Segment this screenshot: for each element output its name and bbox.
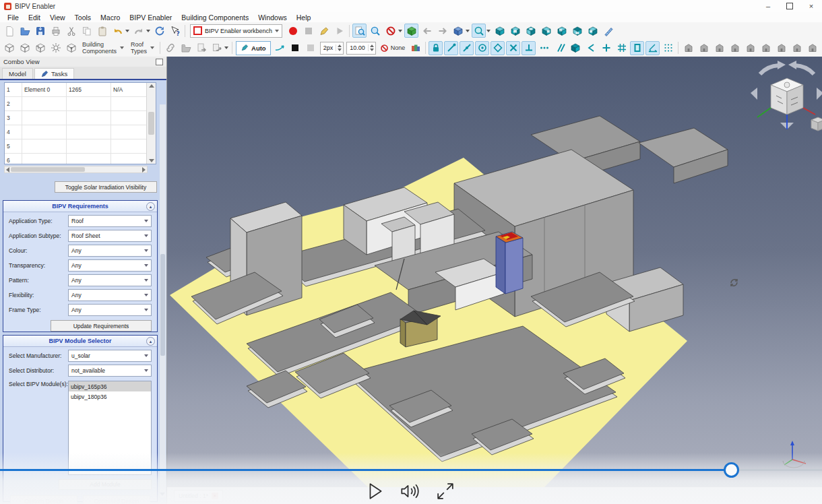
view-front-button[interactable]	[508, 24, 522, 38]
chevron-down-icon[interactable]	[125, 30, 129, 32]
table-row[interactable]: 4	[5, 125, 146, 139]
macro-edit-button[interactable]	[317, 24, 331, 38]
chevron-down-icon[interactable]	[224, 46, 228, 49]
nav-cube-menu-icon[interactable]	[811, 117, 822, 131]
new-button[interactable]	[2, 24, 16, 38]
arch-grid-button[interactable]	[759, 41, 773, 55]
frame-type-select[interactable]: Any	[68, 304, 152, 316]
face-color-button[interactable]	[304, 41, 318, 55]
tab-model[interactable]: Model	[2, 68, 33, 79]
workbench-selector[interactable]: BIPV Enabler workbench	[190, 24, 282, 38]
arch-window-button[interactable]	[712, 41, 726, 55]
text-size-spinner[interactable]: 10.00	[346, 42, 376, 55]
snap-parallel-button[interactable]	[552, 41, 567, 55]
optimised-design-button[interactable]: Optimised Design	[83, 495, 150, 504]
close-icon[interactable]: ×	[212, 493, 218, 499]
snap-lock-button[interactable]	[429, 41, 443, 55]
snap-midpoint-button[interactable]	[460, 41, 474, 55]
menu-file[interactable]: File	[3, 13, 24, 22]
chevron-down-icon[interactable]	[466, 30, 470, 32]
group-folder-button[interactable]	[179, 41, 193, 55]
refresh-button[interactable]	[152, 24, 166, 38]
scrollbar-thumb[interactable]	[160, 254, 165, 356]
toggle-solar-irradiation-button[interactable]: Toggle Solar Irradiation Visibility	[55, 181, 157, 193]
scrollbar-thumb[interactable]	[11, 167, 85, 172]
draft-arrow-button[interactable]	[273, 41, 287, 55]
menu-building-components[interactable]: Building Components	[177, 13, 253, 22]
add-module-button[interactable]: Add Module	[59, 479, 152, 490]
snap-center-button[interactable]	[475, 41, 489, 55]
table-row[interactable]: 5	[5, 139, 146, 154]
snap-extension-button[interactable]	[537, 41, 551, 55]
table-row[interactable]: 1Element 01265N/A	[5, 83, 146, 97]
chevron-down-icon[interactable]	[398, 30, 402, 32]
autogroup-button[interactable]: None	[377, 44, 408, 53]
view-left-button[interactable]	[586, 24, 600, 38]
share-button[interactable]	[210, 41, 224, 55]
macro-record-button[interactable]	[286, 24, 300, 38]
snap-working-plane-button[interactable]	[630, 41, 644, 55]
arch-panel-button[interactable]	[805, 41, 819, 55]
component-wall-button[interactable]	[33, 41, 47, 55]
menu-view[interactable]: View	[45, 13, 70, 22]
application-subtype-select[interactable]: Roof Sheet	[68, 230, 152, 242]
3d-viewport[interactable]	[167, 57, 822, 487]
video-progress-handle[interactable]	[724, 462, 739, 478]
working-plane-auto-button[interactable]: Auto	[236, 41, 271, 55]
play-button[interactable]	[364, 480, 387, 503]
snap-angle-button[interactable]	[491, 41, 505, 55]
module-list[interactable]: ubipv_165p36ubipv_180p36	[68, 381, 152, 475]
table-row[interactable]: 3	[5, 111, 146, 125]
table-row[interactable]: 6	[5, 154, 146, 164]
measure-button[interactable]	[601, 24, 615, 38]
float-panel-icon[interactable]	[156, 59, 163, 65]
sun-position-button[interactable]	[49, 41, 63, 55]
menu-help[interactable]: Help	[292, 13, 316, 22]
spinner-arrows-icon[interactable]	[368, 44, 375, 51]
scroll-right-icon[interactable]	[142, 167, 146, 172]
cut-button[interactable]	[64, 24, 78, 38]
snap-intersection-button[interactable]	[506, 41, 520, 55]
paste-button[interactable]	[95, 24, 109, 38]
redo-button[interactable]	[131, 24, 146, 38]
component-box-button[interactable]	[2, 41, 16, 55]
whats-this-button[interactable]: ?	[168, 24, 182, 38]
zoom-tools-button[interactable]	[472, 24, 486, 38]
collapse-icon[interactable]: ▴	[146, 337, 155, 346]
snap-ortho-button[interactable]	[599, 41, 613, 55]
scroll-up-icon[interactable]	[149, 84, 154, 88]
scroll-down-icon[interactable]	[149, 159, 154, 162]
toggle-grid-button[interactable]	[661, 41, 675, 55]
document-tab[interactable]: Untitled : 1* ×	[174, 490, 223, 502]
undo-button[interactable]	[110, 24, 125, 38]
view-bottom-button[interactable]	[570, 24, 584, 38]
chevron-down-icon[interactable]	[146, 30, 150, 32]
view-axonometric-button[interactable]	[493, 24, 507, 38]
snap-near-button[interactable]	[583, 41, 598, 55]
copy-button[interactable]	[80, 24, 94, 38]
arch-roof-button[interactable]	[697, 41, 711, 55]
module-list-item[interactable]: ubipv_165p36	[69, 381, 151, 391]
menu-windows[interactable]: Windows	[253, 13, 292, 22]
colour-select[interactable]: Any	[68, 245, 152, 257]
table-row[interactable]: 2	[5, 97, 146, 111]
solar-elements-table[interactable]: 1Element 01265N/A23456	[4, 82, 156, 164]
nav-forward-button[interactable]	[435, 24, 449, 38]
snap-grid-button[interactable]	[614, 41, 629, 55]
macro-stop-button[interactable]	[301, 24, 315, 38]
spinner-arrows-icon[interactable]	[336, 44, 343, 51]
arch-reference-button[interactable]	[743, 41, 757, 55]
view-top-button[interactable]	[524, 24, 538, 38]
minimize-button[interactable]: –	[757, 0, 779, 12]
snap-endpoint-button[interactable]	[444, 41, 458, 55]
update-requirements-button[interactable]: Update Requirements	[51, 320, 152, 332]
manufacturer-select[interactable]: u_solar	[68, 350, 152, 362]
line-width-spinner[interactable]: 2px	[320, 42, 344, 55]
open-button[interactable]	[18, 24, 32, 38]
print-button[interactable]	[49, 24, 63, 38]
volume-button[interactable]	[399, 480, 422, 503]
autogroup-button[interactable]	[408, 41, 422, 55]
snap-dimensions-button[interactable]	[645, 41, 660, 55]
menu-edit[interactable]: Edit	[24, 13, 45, 22]
close-button[interactable]: ×	[800, 0, 822, 12]
